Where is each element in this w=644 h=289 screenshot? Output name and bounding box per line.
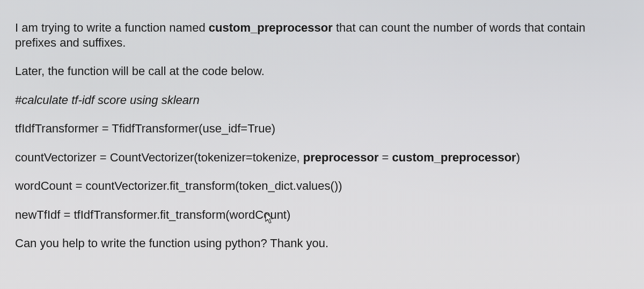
text: I am trying to write a function named [15, 21, 209, 34]
code-line-wordcount: wordCount = countVectorizer.fit_transfor… [15, 179, 629, 194]
text: ) [516, 151, 520, 164]
text: countVectorizer = CountVectorizer(tokeni… [15, 151, 303, 164]
text: = [378, 151, 392, 164]
kwarg-value: custom_preprocessor [392, 151, 516, 164]
code-comment: #calculate tf-idf score using sklearn [15, 93, 629, 108]
question-intro: I am trying to write a function named cu… [15, 20, 629, 50]
code-line-vectorizer: countVectorizer = CountVectorizer(tokeni… [15, 150, 629, 165]
question-closing: Can you help to write the function using… [15, 236, 629, 251]
kwarg-preprocessor: preprocessor [303, 151, 379, 164]
code-line-transformer: tfIdfTransformer = TfidfTransformer(use_… [15, 121, 629, 136]
question-followup: Later, the function will be call at the … [15, 64, 629, 79]
function-name: custom_preprocessor [209, 21, 333, 34]
code-line-newtfidf: newTfIdf = tfIdfTransformer.fit_transfor… [15, 208, 629, 223]
